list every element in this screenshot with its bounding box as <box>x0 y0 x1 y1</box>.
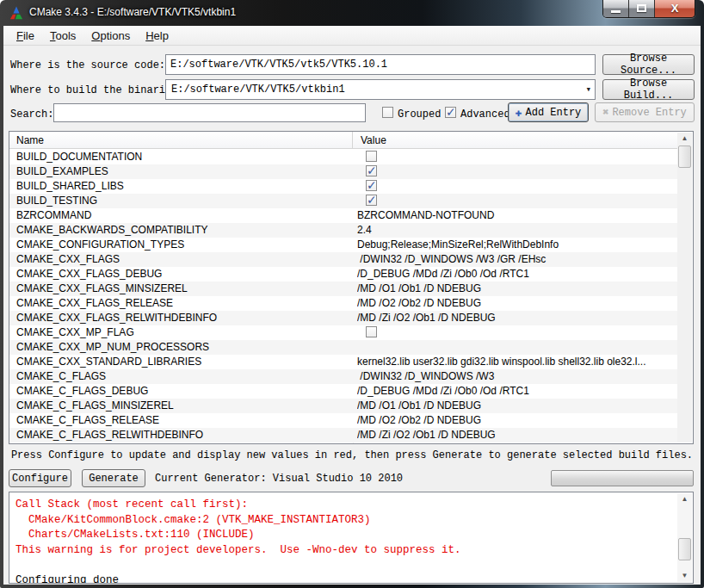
browse-source-label: Browse Source... <box>603 53 694 77</box>
table-row[interactable]: BUILD_DOCUMENTATION <box>9 150 678 164</box>
caption-buttons: X <box>602 0 695 18</box>
entry-name: CMAKE_C_FLAGS_DEBUG <box>16 384 350 399</box>
close-icon: X <box>655 0 695 16</box>
browse-build-button[interactable]: Browse Build... <box>602 79 695 100</box>
remove-entry-label: Remove Entry <box>612 107 686 119</box>
column-header-value[interactable]: Value <box>354 132 678 149</box>
entry-name: CMAKE_CXX_STANDARD_LIBRARIES <box>16 355 350 369</box>
entry-value: /MD /O1 /Ob1 /D NDEBUG <box>357 399 676 413</box>
table-row[interactable]: CMAKE_CXX_STANDARD_LIBRARIESkernel32.lib… <box>9 355 678 369</box>
entry-value: /MD /O1 /Ob1 /D NDEBUG <box>357 282 676 296</box>
build-path-value: E:/software/VTK/VTK5/vtkbin1 <box>171 80 345 99</box>
table-row[interactable]: CMAKE_CXX_MP_FLAG <box>9 325 678 340</box>
plus-icon: ✚ <box>516 106 522 120</box>
close-button[interactable]: X <box>655 0 695 17</box>
log-scrollbar-thumb[interactable] <box>678 538 691 560</box>
configure-button[interactable]: Configure <box>9 469 71 487</box>
log-line: This warning is for project developers. … <box>15 543 676 559</box>
menu-item-tools[interactable]: Tools <box>42 28 83 44</box>
entry-name: CMAKE_CXX_FLAGS_RELEASE <box>16 296 350 311</box>
chevron-down-icon[interactable]: ▾ <box>585 80 591 99</box>
log-scrollbar[interactable]: ▲ ▼ <box>677 493 692 582</box>
output-log[interactable]: Call Stack (most recent call first): CMa… <box>9 492 694 584</box>
entry-name: CMAKE_CXX_MP_FLAG <box>16 325 350 340</box>
log-line: Call Stack (most recent call first): <box>15 498 676 513</box>
log-scroll-up-icon[interactable]: ▲ <box>677 493 692 505</box>
entry-name: CMAKE_C_FLAGS <box>16 369 350 384</box>
value-checkbox[interactable] <box>366 151 377 162</box>
table-row[interactable]: BUILD_TESTING <box>9 194 678 208</box>
entry-value: /MD /Zi /O2 /Ob1 /D NDEBUG <box>357 311 676 325</box>
value-checkbox[interactable] <box>366 180 377 191</box>
log-line: Charts/CMakeLists.txt:110 (INCLUDE) <box>15 528 676 543</box>
entry-name: BUILD_EXAMPLES <box>16 164 350 179</box>
table-row[interactable]: CMAKE_CXX_MP_NUM_PROCESSORS <box>9 340 678 355</box>
table-row[interactable]: CMAKE_CXX_FLAGS_RELEASE/MD /O2 /Ob2 /D N… <box>9 296 678 311</box>
table-row[interactable]: CMAKE_CXX_FLAGS_RELWITHDEBINFO/MD /Zi /O… <box>9 311 678 325</box>
entry-value: BZRCOMMAND-NOTFOUND <box>357 208 676 223</box>
table-scrollbar-thumb[interactable] <box>678 145 691 168</box>
entry-name: CMAKE_C_FLAGS_MINSIZEREL <box>16 399 350 413</box>
table-row[interactable]: BZRCOMMANDBZRCOMMAND-NOTFOUND <box>9 208 678 223</box>
cmake-logo-icon <box>9 6 23 20</box>
menu-item-help[interactable]: Help <box>138 28 176 44</box>
table-row[interactable]: CMAKE_C_FLAGS /DWIN32 /D_WINDOWS /W3 <box>9 369 678 384</box>
table-row[interactable]: CMAKE_C_FLAGS_MINSIZEREL/MD /O1 /Ob1 /D … <box>9 399 678 413</box>
entry-value: 2.4 <box>357 223 676 238</box>
entry-name: BUILD_SHARED_LIBS <box>16 179 350 194</box>
add-entry-button[interactable]: ✚ Add Entry <box>508 102 589 122</box>
table-scrollbar[interactable]: ▲ <box>677 133 692 443</box>
maximize-button[interactable] <box>629 0 655 17</box>
grouped-checkbox[interactable] <box>382 107 393 118</box>
table-row[interactable]: CMAKE_CONFIGURATION_TYPESDebug;Release;M… <box>9 238 678 252</box>
entry-name: CMAKE_C_FLAGS_RELWITHDEBINFO <box>16 428 350 443</box>
table-row[interactable]: CMAKE_CXX_FLAGS_MINSIZEREL/MD /O1 /Ob1 /… <box>9 282 678 296</box>
table-row[interactable]: CMAKE_C_FLAGS_RELEASE/MD /O2 /Ob2 /D NDE… <box>9 413 678 428</box>
value-checkbox[interactable] <box>366 326 377 337</box>
table-row[interactable]: CMAKE_C_FLAGS_RELWITHDEBINFO/MD /Zi /O2 … <box>9 428 678 443</box>
remove-entry-button[interactable]: ✖ Remove Entry <box>595 102 695 122</box>
advanced-checkbox[interactable] <box>445 107 456 118</box>
log-line <box>15 558 676 573</box>
cache-variables-table: Name Value BUILD_DOCUMENTATIONBUILD_EXAM… <box>9 131 694 444</box>
value-checkbox[interactable] <box>366 165 377 176</box>
entry-name: CMAKE_CXX_FLAGS_DEBUG <box>16 267 350 282</box>
log-scroll-down-icon[interactable]: ▼ <box>677 570 692 582</box>
entry-name: BUILD_TESTING <box>16 194 350 208</box>
entry-name: CMAKE_CXX_FLAGS_RELWITHDEBINFO <box>16 311 350 325</box>
entry-value: /D_DEBUG /MDd /Zi /Ob0 /Od /RTC1 <box>357 267 676 282</box>
search-label: Search: <box>10 108 53 121</box>
search-input[interactable] <box>53 103 366 122</box>
table-row[interactable]: CMAKE_CXX_FLAGS_DEBUG/D_DEBUG /MDd /Zi /… <box>9 267 678 282</box>
menu-item-file[interactable]: File <box>9 28 42 44</box>
entry-value <box>357 194 676 208</box>
entry-name: CMAKE_CXX_MP_NUM_PROCESSORS <box>16 340 350 355</box>
scroll-up-icon[interactable]: ▲ <box>677 133 692 145</box>
generate-button[interactable]: Generate <box>82 469 145 487</box>
value-checkbox[interactable] <box>366 195 377 206</box>
table-row[interactable]: CMAKE_CXX_FLAGS /DWIN32 /D_WINDOWS /W3 /… <box>9 252 678 267</box>
advanced-label: Advanced <box>460 108 510 121</box>
browse-source-button[interactable]: Browse Source... <box>602 54 695 75</box>
table-row[interactable]: BUILD_EXAMPLES <box>9 164 678 179</box>
entry-name: CMAKE_CXX_FLAGS <box>16 252 350 267</box>
table-row[interactable]: CMAKE_BACKWARDS_COMPATIBILITY2.4 <box>9 223 678 238</box>
menu-item-options[interactable]: Options <box>83 28 138 44</box>
browse-build-label: Browse Build... <box>603 77 694 102</box>
minimize-button[interactable] <box>603 0 629 17</box>
table-row[interactable]: CMAKE_C_FLAGS_DEBUG/D_DEBUG /MDd /Zi /Ob… <box>9 384 678 399</box>
entry-value <box>357 150 676 164</box>
entry-value <box>357 325 676 340</box>
title-bar[interactable]: CMake 3.4.3 - E:/software/VTK/VTK5/vtkbi… <box>0 0 704 26</box>
window-title: CMake 3.4.3 - E:/software/VTK/VTK5/vtkbi… <box>29 0 236 26</box>
maximize-icon <box>637 4 646 12</box>
table-row[interactable]: BUILD_SHARED_LIBS <box>9 179 678 194</box>
column-header-name[interactable]: Name <box>9 132 353 149</box>
entry-value: kernel32.lib user32.lib gdi32.lib winspo… <box>357 355 676 369</box>
minimize-icon <box>611 10 621 13</box>
source-path-input[interactable] <box>165 54 596 75</box>
configure-label: Configure <box>12 473 68 485</box>
build-path-combo[interactable]: E:/software/VTK/VTK5/vtkbin1 ▾ <box>165 79 596 100</box>
entry-name: BZRCOMMAND <box>16 208 350 223</box>
entry-value: /MD /O2 /Ob2 /D NDEBUG <box>357 296 676 311</box>
